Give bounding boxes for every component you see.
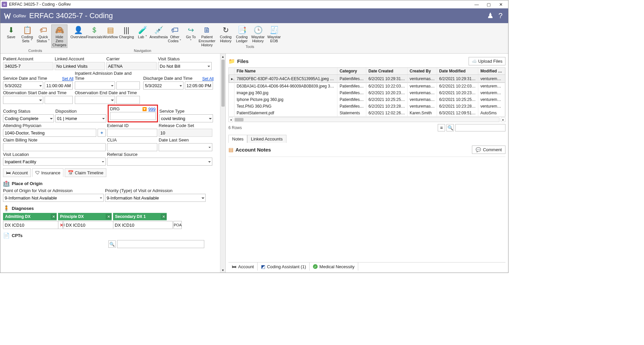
scroll-thumb[interactable]	[221, 60, 225, 107]
tab-claim-timeline[interactable]: 📅Claim Timeline	[65, 168, 106, 177]
bottom-tab-account[interactable]: 🛏Account	[228, 263, 258, 271]
tab-linked-accounts[interactable]: Linked Accounts	[247, 135, 286, 143]
dx-close-principle[interactable]: ×	[106, 214, 112, 219]
maximize-button[interactable]: ▢	[483, 1, 495, 8]
discharge-date-input[interactable]	[143, 81, 183, 90]
ribbon-coding-history[interactable]: ↻Coding History	[218, 24, 234, 44]
ribbon-hide-zero-charges[interactable]: 🙈Hide Zero Charges	[51, 24, 67, 48]
hscroll-track[interactable]	[234, 117, 499, 122]
col-datecreated[interactable]: Date Created	[366, 68, 408, 75]
table-row[interactable]: Test.PNG 360.PNGPatientMessage6/2/2021 1…	[229, 103, 505, 110]
left-scrollbar[interactable]: ▴ ▾	[220, 54, 225, 273]
release-code-select[interactable]	[159, 129, 212, 137]
cpt-search-input[interactable]	[117, 240, 204, 248]
close-button[interactable]: ✕	[495, 1, 507, 8]
dx-admit-input[interactable]	[3, 221, 62, 229]
ribbon-overview[interactable]: 👤Overview	[70, 24, 86, 48]
referral-source-select[interactable]	[107, 158, 212, 166]
obs-end-date[interactable]	[75, 96, 115, 104]
obs-start-date[interactable]	[3, 96, 43, 104]
dx-pill-secondary: Secondary DX 1×	[113, 213, 167, 220]
coding-status-select[interactable]	[3, 114, 54, 122]
ribbon-waystar-history[interactable]: 🕒Waystar History	[250, 24, 266, 44]
clia-label: CLIA	[107, 137, 157, 142]
dx-close-admitting[interactable]: ×	[51, 214, 57, 219]
drg-lookup-icon[interactable]: 🔽	[142, 107, 147, 111]
hscroll-right[interactable]: ▸	[501, 117, 505, 122]
col-category[interactable]: Category	[337, 68, 366, 75]
obs-start-time[interactable]	[45, 96, 73, 104]
service-dt-setall-link[interactable]: Set All	[62, 76, 73, 81]
comment-button[interactable]: 💬Comment	[472, 146, 505, 154]
ribbon-coding-ledger[interactable]: 📑Coding Ledger	[234, 24, 250, 44]
attending-input[interactable]	[3, 129, 96, 137]
cpt-search-icon[interactable]: 🔍	[108, 240, 116, 248]
ribbon-quick-status-[interactable]: 🏷Quick Status ˅	[35, 24, 51, 48]
minimize-button[interactable]: —	[471, 1, 483, 8]
drg-999-link[interactable]: 999	[148, 107, 156, 112]
user-admin-icon[interactable]: ♟	[485, 11, 495, 21]
table-row[interactable]: Iphone Picture.jpg 360.jpgPatientMessage…	[229, 96, 505, 103]
upload-files-button[interactable]: ☁️Upload Files	[469, 57, 505, 65]
ribbon-coding-sets-[interactable]: 📋Coding Sets ˅	[19, 24, 35, 48]
table-row[interactable]: image.jpg 360.jpgPatientMessage6/2/2021 …	[229, 90, 505, 96]
col-datemodified[interactable]: Date Modified	[437, 68, 478, 75]
attending-add-button[interactable]: ＋	[98, 129, 106, 137]
external-id-input[interactable]	[107, 129, 157, 137]
ribbon-charging[interactable]: |||Charging	[118, 24, 135, 48]
table-row[interactable]: D63BA341-E06A-4D06-9544-96009AB0B839.jpe…	[229, 83, 505, 90]
bottom-tab-coding-assistant[interactable]: ◩Coding Assistant (1)	[258, 263, 310, 271]
ribbon-lab-[interactable]: 🧪Lab ˅	[135, 24, 151, 48]
discharge-dt-setall-link[interactable]: Set All	[202, 76, 214, 81]
dx-second-poa[interactable]: POA	[173, 221, 182, 229]
col-filename[interactable]: File Name	[234, 68, 337, 75]
scroll-up-arrow[interactable]: ▴	[222, 54, 224, 59]
coding-status-label: Coding Status	[3, 109, 54, 114]
tab-account-mid[interactable]: 🛏Account	[3, 168, 31, 177]
scroll-down-arrow[interactable]: ▾	[222, 267, 224, 273]
col-createdby[interactable]: Created By	[408, 68, 437, 75]
clia-input[interactable]	[107, 143, 157, 151]
priority-select[interactable]	[105, 194, 206, 202]
service-time-input[interactable]	[45, 81, 73, 90]
ribbon-anesthesia[interactable]: 💉Anesthesia	[151, 24, 167, 48]
disposition-select[interactable]	[55, 114, 106, 122]
col-modifiedby[interactable]: Modified By	[478, 68, 505, 75]
files-search-input[interactable]	[455, 124, 505, 131]
drg-input[interactable]	[110, 112, 156, 120]
hscroll-left[interactable]: ◂	[228, 117, 233, 122]
tab-notes[interactable]: Notes	[228, 135, 247, 143]
visit-location-select[interactable]	[3, 158, 106, 166]
bottom-tab-medical-necessity[interactable]: ✓Medical Necessity	[310, 263, 358, 271]
obs-end-time[interactable]	[116, 96, 140, 104]
visit-status-select[interactable]	[158, 62, 212, 70]
ribbon-waystar-eob[interactable]: 🧾Waystar EOB	[266, 24, 282, 44]
ribbon-financials[interactable]: ＄Financials	[86, 24, 102, 48]
date-last-seen-input[interactable]	[159, 143, 212, 151]
claim-billing-input[interactable]	[3, 143, 106, 151]
dx-close-secondary[interactable]: ×	[161, 214, 167, 219]
ribbon-patient-encounter-history[interactable]: 🗎Patient Encounter History	[199, 24, 215, 48]
dx-second-input[interactable]	[113, 221, 172, 229]
dx-princ-clear[interactable]: ✕	[58, 223, 64, 228]
tab-insurance[interactable]: 🛡Insurance	[32, 168, 63, 177]
poo-select[interactable]	[3, 194, 104, 202]
ribbon-other-codes-[interactable]: 🏷Other Codes ˅	[167, 24, 183, 48]
ribbon-save[interactable]: ⬇Save	[3, 24, 19, 48]
inpatient-time-input[interactable]	[116, 81, 140, 90]
table-row[interactable]: PatientStatement.pdfStatements6/2/2021 1…	[229, 110, 505, 116]
ribbon-workflow[interactable]: ▤Workflow	[102, 24, 118, 48]
search-button[interactable]: 🔍	[446, 124, 454, 131]
help-icon[interactable]: ?	[495, 11, 505, 21]
priority-label: Priority (Type) of Visit or Admission	[105, 188, 206, 193]
list-options-button[interactable]: ≡	[438, 124, 445, 131]
hscroll-thumb[interactable]	[235, 118, 244, 121]
ribbon: ⬇Save📋Coding Sets ˅🏷Quick Status ˅🙈Hide …	[0, 23, 508, 54]
table-row[interactable]: ▸788D0FBC-63DF-4070-A4CA-EE5C513995A1.jp…	[229, 75, 505, 83]
inpatient-date-input[interactable]	[75, 81, 115, 90]
files-table: File Name Category Date Created Created …	[228, 67, 505, 117]
service-date-input[interactable]	[3, 81, 43, 90]
ribbon-go-to-[interactable]: ↪Go To ˅	[183, 24, 199, 48]
service-type-select[interactable]	[159, 114, 213, 122]
discharge-time-input[interactable]	[185, 81, 213, 90]
